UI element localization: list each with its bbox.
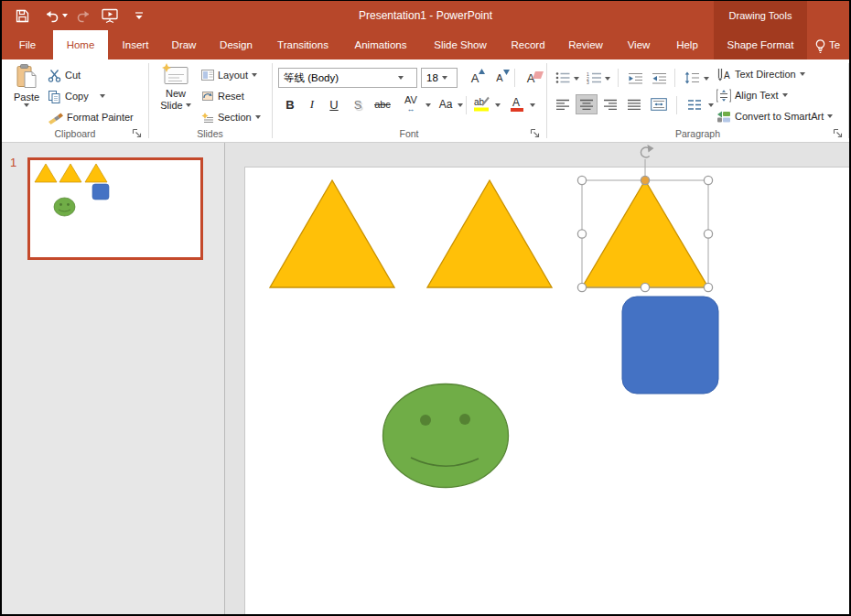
tab-design[interactable]: Design bbox=[210, 30, 262, 59]
save-icon[interactable] bbox=[13, 6, 31, 25]
increase-indent-button[interactable] bbox=[649, 68, 669, 88]
distributed-button[interactable] bbox=[647, 94, 671, 114]
slide-canvas[interactable] bbox=[244, 143, 849, 615]
character-spacing-dropdown-icon[interactable] bbox=[426, 103, 431, 107]
reset-label: Reset bbox=[218, 91, 244, 102]
resize-handle-bottom-left[interactable] bbox=[577, 283, 586, 291]
underline-button[interactable]: U bbox=[324, 94, 344, 114]
bullets-button[interactable] bbox=[554, 68, 572, 88]
resize-handle-middle-left[interactable] bbox=[577, 230, 586, 238]
align-text-icon bbox=[716, 89, 731, 103]
resize-handle-middle-right[interactable] bbox=[704, 230, 712, 238]
bold-button[interactable]: B bbox=[280, 94, 300, 114]
tab-review[interactable]: Review bbox=[560, 30, 611, 59]
character-spacing-button[interactable]: AV↔ bbox=[399, 94, 423, 114]
tab-file[interactable]: File bbox=[9, 30, 46, 59]
slide-thumbnail-panel[interactable]: 1 bbox=[2, 143, 224, 615]
font-size-combobox[interactable] bbox=[421, 68, 458, 88]
resize-handle-bottom-right[interactable] bbox=[704, 283, 712, 291]
new-slide-button[interactable]: New Slide bbox=[154, 63, 198, 111]
tab-insert[interactable]: Insert bbox=[113, 30, 157, 59]
slide-thumbnail-1[interactable] bbox=[27, 157, 203, 260]
tab-slide-show[interactable]: Slide Show bbox=[423, 30, 498, 59]
layout-label: Layout bbox=[218, 70, 248, 81]
font-name-input[interactable] bbox=[279, 70, 398, 86]
decrease-indent-button[interactable] bbox=[625, 68, 645, 88]
clipboard-dialog-launcher-icon[interactable] bbox=[132, 128, 142, 138]
adjust-handle[interactable] bbox=[641, 176, 649, 184]
tell-me-label[interactable]: Te bbox=[829, 30, 851, 59]
resize-handle-top-right[interactable] bbox=[704, 176, 712, 184]
group-font: A A A B I U S abc AV↔ Aa ab bbox=[272, 59, 546, 142]
clear-formatting-button[interactable]: A bbox=[519, 68, 543, 88]
tab-shape-format[interactable]: Shape Format bbox=[714, 30, 807, 59]
numbering-button[interactable]: 123 bbox=[585, 68, 603, 88]
convert-to-smartart-label: Convert to SmartArt bbox=[735, 111, 824, 122]
separator bbox=[618, 69, 619, 87]
line-spacing-button[interactable] bbox=[682, 68, 702, 88]
group-paragraph: 123 bbox=[546, 59, 849, 142]
tab-help[interactable]: Help bbox=[666, 30, 708, 59]
text-highlight-color-button[interactable]: ab bbox=[471, 94, 493, 114]
numbering-dropdown-icon[interactable] bbox=[605, 77, 610, 81]
align-center-button[interactable] bbox=[576, 94, 598, 114]
resize-handle-bottom-center[interactable] bbox=[641, 283, 649, 291]
copy-button[interactable]: Copy bbox=[48, 87, 105, 105]
decrease-font-size-button[interactable]: A bbox=[489, 68, 511, 88]
triangle-3-selected[interactable] bbox=[582, 180, 708, 287]
strikethrough-button[interactable]: abc bbox=[370, 94, 395, 114]
tab-home[interactable]: Home bbox=[53, 30, 108, 59]
cut-button[interactable]: Cut bbox=[48, 66, 81, 84]
font-color-dropdown-icon[interactable] bbox=[530, 103, 535, 107]
italic-button[interactable]: I bbox=[302, 94, 322, 114]
text-highlight-dropdown-icon[interactable] bbox=[495, 103, 501, 107]
change-case-button[interactable]: Aa bbox=[435, 94, 457, 114]
format-painter-button[interactable]: Format Painter bbox=[48, 108, 134, 126]
convert-to-smartart-dropdown-icon bbox=[827, 114, 833, 118]
customize-quick-access-icon[interactable] bbox=[130, 6, 148, 25]
triangle-1[interactable] bbox=[270, 180, 394, 287]
rounded-square[interactable] bbox=[622, 297, 718, 394]
reset-button[interactable]: Reset bbox=[201, 87, 244, 105]
tab-draw[interactable]: Draw bbox=[163, 30, 205, 59]
tab-record[interactable]: Record bbox=[503, 30, 553, 59]
bullets-dropdown-icon[interactable] bbox=[574, 77, 579, 81]
tab-animations[interactable]: Animations bbox=[346, 30, 415, 59]
columns-button[interactable] bbox=[684, 94, 706, 114]
triangle-2[interactable] bbox=[427, 180, 552, 287]
separator bbox=[676, 96, 677, 114]
layout-button[interactable]: Layout bbox=[201, 66, 257, 84]
paragraph-dialog-launcher-icon[interactable] bbox=[833, 128, 843, 138]
justify-button[interactable] bbox=[623, 94, 645, 114]
undo-icon[interactable] bbox=[42, 6, 60, 25]
increase-font-size-button[interactable]: A bbox=[463, 68, 487, 88]
font-dialog-launcher-icon[interactable] bbox=[530, 128, 540, 138]
start-slideshow-icon[interactable] bbox=[101, 6, 119, 25]
text-shadow-button[interactable]: S bbox=[348, 94, 368, 114]
text-direction-button[interactable]: A Text Direction bbox=[716, 65, 805, 83]
font-name-combobox[interactable] bbox=[278, 68, 417, 88]
smiley-face[interactable] bbox=[383, 384, 509, 488]
align-right-button[interactable] bbox=[599, 94, 621, 114]
resize-handle-top-left[interactable] bbox=[577, 176, 586, 184]
clipboard-group-label: Clipboard bbox=[2, 128, 148, 139]
line-spacing-dropdown-icon[interactable] bbox=[704, 77, 709, 81]
font-size-input[interactable] bbox=[422, 70, 442, 86]
rotation-handle-icon[interactable] bbox=[641, 145, 653, 157]
separator bbox=[466, 96, 467, 114]
slide-shapes bbox=[244, 143, 851, 615]
separator bbox=[514, 69, 515, 87]
paste-button[interactable]: Paste bbox=[7, 63, 46, 107]
align-text-button[interactable]: Align Text bbox=[716, 86, 788, 104]
undo-dropdown-icon[interactable] bbox=[60, 6, 70, 25]
tab-view[interactable]: View bbox=[619, 30, 659, 59]
font-color-button[interactable]: A bbox=[506, 94, 528, 114]
panel-splitter[interactable] bbox=[225, 143, 244, 615]
align-left-button[interactable] bbox=[552, 94, 574, 114]
tab-transitions[interactable]: Transitions bbox=[269, 30, 337, 59]
convert-to-smartart-button[interactable]: Convert to SmartArt bbox=[716, 107, 833, 125]
smiley-left-eye bbox=[420, 415, 431, 426]
columns-dropdown-icon[interactable] bbox=[708, 103, 714, 107]
change-case-dropdown-icon[interactable] bbox=[458, 103, 463, 107]
section-button[interactable]: Section bbox=[201, 108, 261, 126]
